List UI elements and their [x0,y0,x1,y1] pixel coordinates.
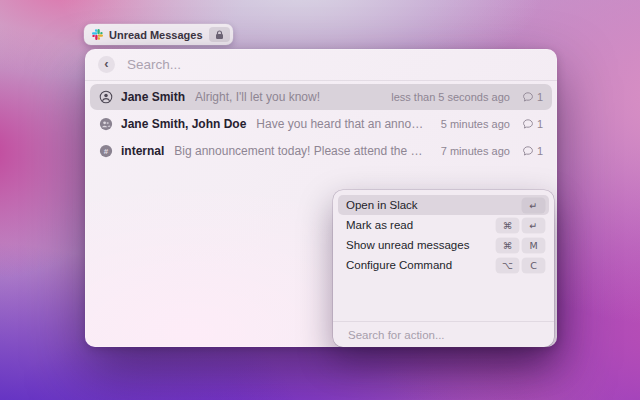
message-sender: internal [121,144,164,158]
action-label: Show unread messages [346,239,469,251]
m-key-icon: M [522,238,545,253]
action-open-in-slack[interactable]: Open in Slack ↵ [338,195,549,215]
message-timestamp: 7 minutes ago [441,145,510,157]
action-label: Mark as read [346,219,413,231]
search-input[interactable] [125,56,544,73]
message-row-jane-smith-john-doe[interactable]: Jane Smith, John Doe Have you heard that… [90,111,552,137]
people-circle-icon [99,117,113,131]
back-button[interactable]: ‹ [98,56,115,73]
command-tab-label: Unread Messages [109,29,203,41]
slack-icon [92,29,103,40]
action-search-input[interactable] [346,328,541,342]
option-key-icon: ⌥ [496,258,519,273]
lock-icon [215,30,224,40]
message-preview: Have you heard that an announcement is c… [256,117,424,131]
message-sender: Jane Smith [121,90,185,104]
person-circle-icon [99,90,113,104]
action-label: Open in Slack [346,199,418,211]
return-key-icon: ↵ [522,218,545,233]
action-menu: Open in Slack ↵ Mark as read ⌘ ↵ Show un… [333,190,554,347]
action-mark-as-read[interactable]: Mark as read ⌘ ↵ [338,215,549,235]
unread-count-value: 1 [537,145,543,157]
shortcut-keys: ⌘ M [496,238,545,253]
shortcut-keys: ⌘ ↵ [496,218,545,233]
message-preview: Big announcement today! Please attend th… [174,144,424,158]
command-key-icon: ⌘ [496,218,519,233]
shortcut-keys: ↵ [522,198,545,213]
unread-count: 1 [522,91,543,103]
unread-count-value: 1 [537,118,543,130]
action-label: Configure Command [346,259,452,271]
command-key-icon: ⌘ [496,238,519,253]
c-key-icon: C [522,258,545,273]
svg-text:#: # [104,147,109,156]
message-timestamp: 5 minutes ago [441,118,510,130]
unread-count: 1 [522,145,543,157]
message-row-jane-smith[interactable]: Jane Smith Alright, I'll let you know! l… [90,84,552,110]
desktop: Unread Messages ‹ Jane [0,0,640,400]
lock-badge [209,27,230,42]
shortcut-keys: ⌥ C [496,258,545,273]
message-preview: Alright, I'll let you know! [195,90,375,104]
command-tab[interactable]: Unread Messages [84,24,233,45]
return-key-icon: ↵ [522,198,545,213]
unread-count: 1 [522,118,543,130]
search-bar: ‹ [85,49,557,81]
channel-circle-icon: # [99,144,113,158]
action-configure-command[interactable]: Configure Command ⌥ C [338,255,549,275]
unread-count-value: 1 [537,91,543,103]
message-list: Jane Smith Alright, I'll let you know! l… [85,81,557,168]
action-search-bar [333,321,554,347]
message-row-internal[interactable]: # internal Big announcement today! Pleas… [90,138,552,164]
chat-bubble-icon [522,145,534,157]
chat-bubble-icon [522,118,534,130]
chat-bubble-icon [522,91,534,103]
action-show-unread-messages[interactable]: Show unread messages ⌘ M [338,235,549,255]
message-sender: Jane Smith, John Doe [121,117,246,131]
message-timestamp: less than 5 seconds ago [391,91,510,103]
